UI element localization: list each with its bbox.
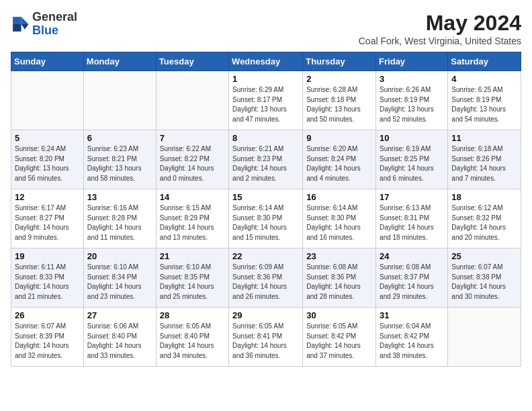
day-number: 20: [87, 251, 152, 261]
table-row: 3Sunrise: 6:26 AMSunset: 8:19 PMDaylight…: [376, 71, 448, 130]
day-info: Sunrise: 6:05 AMSunset: 8:42 PMDaylight:…: [306, 322, 372, 361]
table-row: [11, 71, 84, 130]
day-number: 25: [451, 251, 517, 261]
table-row: 31Sunrise: 6:04 AMSunset: 8:42 PMDayligh…: [376, 308, 448, 367]
col-friday: Friday: [376, 52, 448, 71]
logo-icon: [11, 15, 30, 34]
day-info: Sunrise: 6:29 AMSunset: 8:17 PMDaylight:…: [232, 85, 299, 124]
table-row: 8Sunrise: 6:21 AMSunset: 8:23 PMDaylight…: [229, 130, 303, 189]
svg-rect-3: [13, 24, 21, 32]
col-saturday: Saturday: [448, 52, 521, 71]
calendar-week-row: 1Sunrise: 6:29 AMSunset: 8:17 PMDaylight…: [11, 71, 521, 130]
day-number: 11: [451, 133, 517, 143]
day-number: 24: [380, 251, 444, 261]
page-header: General Blue May 2024 Coal Fork, West Vi…: [11, 11, 521, 46]
table-row: 26Sunrise: 6:07 AMSunset: 8:39 PMDayligh…: [11, 308, 84, 367]
table-row: 13Sunrise: 6:16 AMSunset: 8:28 PMDayligh…: [83, 189, 156, 248]
table-row: 23Sunrise: 6:08 AMSunset: 8:36 PMDayligh…: [303, 248, 376, 308]
day-info: Sunrise: 6:10 AMSunset: 8:34 PMDaylight:…: [87, 263, 152, 302]
day-info: Sunrise: 6:05 AMSunset: 8:41 PMDaylight:…: [232, 322, 299, 361]
day-info: Sunrise: 6:08 AMSunset: 8:37 PMDaylight:…: [380, 263, 444, 302]
day-number: 14: [160, 192, 225, 202]
day-number: 8: [232, 133, 299, 143]
table-row: 9Sunrise: 6:20 AMSunset: 8:24 PMDaylight…: [303, 130, 376, 189]
table-row: 20Sunrise: 6:10 AMSunset: 8:34 PMDayligh…: [83, 248, 156, 308]
logo: General Blue: [11, 11, 77, 38]
table-row: 21Sunrise: 6:10 AMSunset: 8:35 PMDayligh…: [156, 248, 228, 308]
day-number: 18: [451, 192, 517, 202]
col-wednesday: Wednesday: [229, 52, 303, 71]
day-info: Sunrise: 6:10 AMSunset: 8:35 PMDaylight:…: [160, 263, 225, 302]
table-row: 7Sunrise: 6:22 AMSunset: 8:22 PMDaylight…: [156, 130, 228, 189]
day-info: Sunrise: 6:07 AMSunset: 8:38 PMDaylight:…: [451, 263, 517, 302]
day-info: Sunrise: 6:14 AMSunset: 8:30 PMDaylight:…: [306, 203, 372, 242]
day-number: 13: [87, 192, 152, 202]
day-info: Sunrise: 6:08 AMSunset: 8:36 PMDaylight:…: [306, 263, 372, 302]
col-thursday: Thursday: [303, 52, 376, 71]
day-number: 19: [15, 251, 80, 261]
table-row: 2Sunrise: 6:28 AMSunset: 8:18 PMDaylight…: [303, 71, 376, 130]
svg-marker-1: [21, 24, 29, 30]
svg-marker-0: [21, 17, 29, 24]
col-sunday: Sunday: [11, 52, 84, 71]
svg-rect-2: [13, 17, 21, 24]
day-info: Sunrise: 6:09 AMSunset: 8:36 PMDaylight:…: [232, 263, 299, 302]
day-number: 28: [160, 310, 225, 320]
day-number: 10: [380, 133, 444, 143]
day-number: 9: [306, 133, 372, 143]
logo-text: General Blue: [32, 11, 77, 38]
calendar-week-row: 26Sunrise: 6:07 AMSunset: 8:39 PMDayligh…: [11, 308, 521, 367]
table-row: 17Sunrise: 6:13 AMSunset: 8:31 PMDayligh…: [376, 189, 448, 248]
day-info: Sunrise: 6:21 AMSunset: 8:23 PMDaylight:…: [232, 144, 299, 183]
table-row: [83, 71, 156, 130]
day-info: Sunrise: 6:24 AMSunset: 8:20 PMDaylight:…: [15, 144, 80, 183]
day-number: 22: [232, 251, 299, 261]
col-tuesday: Tuesday: [156, 52, 228, 71]
calendar-header-row: Sunday Monday Tuesday Wednesday Thursday…: [11, 52, 521, 71]
day-info: Sunrise: 6:23 AMSunset: 8:21 PMDaylight:…: [87, 144, 152, 183]
day-info: Sunrise: 6:12 AMSunset: 8:32 PMDaylight:…: [451, 203, 517, 242]
table-row: 29Sunrise: 6:05 AMSunset: 8:41 PMDayligh…: [229, 308, 303, 367]
table-row: 30Sunrise: 6:05 AMSunset: 8:42 PMDayligh…: [303, 308, 376, 367]
title-block: May 2024 Coal Fork, West Virginia, Unite…: [359, 11, 521, 46]
table-row: 19Sunrise: 6:11 AMSunset: 8:33 PMDayligh…: [11, 248, 84, 308]
table-row: 27Sunrise: 6:06 AMSunset: 8:40 PMDayligh…: [83, 308, 156, 367]
day-number: 31: [380, 310, 444, 320]
day-info: Sunrise: 6:19 AMSunset: 8:25 PMDaylight:…: [380, 144, 444, 183]
day-info: Sunrise: 6:20 AMSunset: 8:24 PMDaylight:…: [306, 144, 372, 183]
table-row: 16Sunrise: 6:14 AMSunset: 8:30 PMDayligh…: [303, 189, 376, 248]
day-number: 4: [451, 74, 517, 84]
day-number: 16: [306, 192, 372, 202]
day-number: 30: [306, 310, 372, 320]
day-number: 27: [87, 310, 152, 320]
day-info: Sunrise: 6:14 AMSunset: 8:30 PMDaylight:…: [232, 203, 299, 242]
table-row: 11Sunrise: 6:18 AMSunset: 8:26 PMDayligh…: [448, 130, 521, 189]
table-row: [448, 308, 521, 367]
table-row: 5Sunrise: 6:24 AMSunset: 8:20 PMDaylight…: [11, 130, 84, 189]
table-row: 6Sunrise: 6:23 AMSunset: 8:21 PMDaylight…: [83, 130, 156, 189]
day-number: 5: [15, 133, 80, 143]
day-info: Sunrise: 6:26 AMSunset: 8:19 PMDaylight:…: [380, 85, 444, 124]
day-info: Sunrise: 6:17 AMSunset: 8:27 PMDaylight:…: [15, 203, 80, 242]
day-number: 7: [160, 133, 225, 143]
day-info: Sunrise: 6:15 AMSunset: 8:29 PMDaylight:…: [160, 203, 225, 242]
table-row: 28Sunrise: 6:05 AMSunset: 8:40 PMDayligh…: [156, 308, 228, 367]
table-row: [156, 71, 228, 130]
day-info: Sunrise: 6:04 AMSunset: 8:42 PMDaylight:…: [380, 322, 444, 361]
day-info: Sunrise: 6:13 AMSunset: 8:31 PMDaylight:…: [380, 203, 444, 242]
day-info: Sunrise: 6:16 AMSunset: 8:28 PMDaylight:…: [87, 203, 152, 242]
day-info: Sunrise: 6:25 AMSunset: 8:19 PMDaylight:…: [451, 85, 517, 124]
day-number: 23: [306, 251, 372, 261]
day-number: 2: [306, 74, 372, 84]
location: Coal Fork, West Virginia, United States: [359, 36, 521, 46]
table-row: 25Sunrise: 6:07 AMSunset: 8:38 PMDayligh…: [448, 248, 521, 308]
table-row: 4Sunrise: 6:25 AMSunset: 8:19 PMDaylight…: [448, 71, 521, 130]
table-row: 10Sunrise: 6:19 AMSunset: 8:25 PMDayligh…: [376, 130, 448, 189]
day-info: Sunrise: 6:07 AMSunset: 8:39 PMDaylight:…: [15, 322, 80, 361]
table-row: 1Sunrise: 6:29 AMSunset: 8:17 PMDaylight…: [229, 71, 303, 130]
day-info: Sunrise: 6:28 AMSunset: 8:18 PMDaylight:…: [306, 85, 372, 124]
day-info: Sunrise: 6:05 AMSunset: 8:40 PMDaylight:…: [160, 322, 225, 361]
calendar-week-row: 5Sunrise: 6:24 AMSunset: 8:20 PMDaylight…: [11, 130, 521, 189]
day-info: Sunrise: 6:18 AMSunset: 8:26 PMDaylight:…: [451, 144, 517, 183]
table-row: 24Sunrise: 6:08 AMSunset: 8:37 PMDayligh…: [376, 248, 448, 308]
